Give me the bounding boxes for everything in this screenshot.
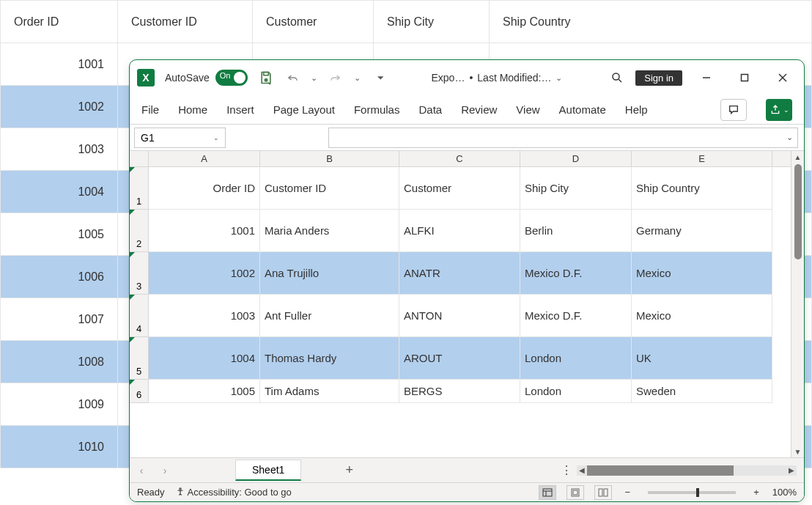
row-header[interactable]: 4 bbox=[130, 295, 149, 337]
save-icon[interactable] bbox=[258, 70, 274, 86]
cell[interactable]: Customer ID bbox=[260, 167, 399, 210]
cell[interactable]: Thomas Hardy bbox=[260, 337, 399, 380]
cell[interactable]: London bbox=[520, 337, 632, 380]
col-header-b[interactable]: B bbox=[260, 151, 399, 166]
cell[interactable]: Order ID bbox=[149, 167, 260, 210]
redo-icon[interactable] bbox=[328, 70, 344, 86]
tab-nav-prev-icon[interactable]: ‹ bbox=[133, 462, 150, 479]
comments-button[interactable] bbox=[720, 99, 747, 121]
add-sheet-button[interactable]: + bbox=[345, 462, 353, 478]
zoom-slider[interactable] bbox=[648, 491, 736, 494]
cell[interactable]: 1005 bbox=[149, 380, 260, 403]
undo-icon[interactable] bbox=[284, 70, 300, 86]
view-page-layout-icon[interactable] bbox=[566, 485, 584, 500]
tab-file[interactable]: File bbox=[141, 103, 159, 116]
tab-view[interactable]: View bbox=[516, 103, 539, 116]
scroll-left-icon[interactable]: ◀ bbox=[577, 466, 587, 474]
cell[interactable]: Ship Country bbox=[632, 167, 772, 210]
vertical-scrollbar[interactable]: ▲ ▼ bbox=[791, 151, 804, 457]
cell[interactable]: Mexico D.F. bbox=[520, 295, 632, 337]
cell[interactable]: Sweden bbox=[632, 380, 772, 403]
cell[interactable]: AROUT bbox=[399, 337, 520, 380]
cell[interactable]: Ship City bbox=[520, 167, 632, 210]
cell[interactable]: Berlin bbox=[520, 210, 632, 252]
cell[interactable]: ANATR bbox=[399, 252, 520, 295]
bg-col-customer[interactable]: Customer bbox=[253, 1, 374, 43]
tab-options-icon[interactable]: ⋮ bbox=[561, 463, 572, 477]
redo-dropdown-icon[interactable]: ⌄ bbox=[354, 73, 361, 83]
cell[interactable]: 1002 bbox=[149, 252, 260, 295]
formula-expand-icon[interactable]: ⌄ bbox=[786, 133, 793, 142]
zoom-percent[interactable]: 100% bbox=[772, 487, 797, 498]
row-header[interactable]: 5 bbox=[130, 337, 149, 380]
bg-col-customerid[interactable]: Customer ID bbox=[118, 1, 253, 43]
cell[interactable]: UK bbox=[632, 337, 772, 380]
search-icon[interactable] bbox=[609, 70, 625, 86]
cell[interactable]: BERGS bbox=[399, 380, 520, 403]
select-all-corner[interactable] bbox=[130, 151, 149, 166]
cell[interactable]: Tim Adams bbox=[260, 380, 399, 403]
view-page-break-icon[interactable] bbox=[594, 485, 612, 500]
tab-insert[interactable]: Insert bbox=[226, 103, 254, 116]
chevron-down-icon[interactable]: ⌄ bbox=[556, 73, 562, 83]
cell[interactable]: Maria Anders bbox=[260, 210, 399, 252]
hscroll-thumb[interactable] bbox=[587, 465, 734, 476]
close-button[interactable] bbox=[769, 66, 797, 89]
tab-data[interactable]: Data bbox=[418, 103, 442, 116]
name-box[interactable]: G1 ⌄ bbox=[134, 128, 226, 148]
cell[interactable]: London bbox=[520, 380, 632, 403]
tab-review[interactable]: Review bbox=[461, 103, 497, 116]
tab-help[interactable]: Help bbox=[625, 103, 648, 116]
cell[interactable]: 1003 bbox=[149, 295, 260, 337]
vscroll-thumb[interactable] bbox=[794, 164, 802, 259]
col-header-c[interactable]: C bbox=[399, 151, 520, 166]
scroll-right-icon[interactable]: ▶ bbox=[786, 466, 797, 474]
cell[interactable]: Ant Fuller bbox=[260, 295, 399, 337]
undo-dropdown-icon[interactable]: ⌄ bbox=[311, 73, 317, 83]
cell[interactable]: ANTON bbox=[399, 295, 520, 337]
col-header-a[interactable]: A bbox=[149, 151, 260, 166]
zoom-in-button[interactable]: + bbox=[750, 487, 762, 498]
cell[interactable]: Mexico bbox=[632, 295, 772, 337]
row-header[interactable]: 3 bbox=[130, 252, 149, 295]
share-button[interactable]: ⌄ bbox=[766, 99, 792, 121]
autosave-control[interactable]: AutoSave On bbox=[165, 70, 248, 86]
row-header[interactable]: 2 bbox=[130, 210, 149, 252]
bg-col-orderid[interactable]: Order ID bbox=[1, 1, 118, 43]
tab-nav-next-icon[interactable]: › bbox=[156, 462, 174, 479]
row-header[interactable]: 1 bbox=[130, 167, 149, 210]
tab-automate[interactable]: Automate bbox=[559, 103, 606, 116]
formula-input[interactable]: ⌄ bbox=[328, 128, 798, 148]
sign-in-button[interactable]: Sign in bbox=[635, 70, 682, 86]
maximize-button[interactable] bbox=[731, 66, 759, 89]
cell[interactable]: 1001 bbox=[149, 210, 260, 252]
col-header-d[interactable]: D bbox=[520, 151, 632, 166]
sheet-tab-active[interactable]: Sheet1 bbox=[235, 460, 301, 481]
zoom-handle[interactable] bbox=[696, 488, 699, 497]
tab-home[interactable]: Home bbox=[178, 103, 207, 116]
row-header[interactable]: 6 bbox=[130, 380, 149, 403]
bg-col-shipcity[interactable]: Ship City bbox=[374, 1, 490, 43]
cell[interactable]: Germany bbox=[632, 210, 772, 252]
qat-overflow-icon[interactable]: ⏷ bbox=[377, 73, 385, 82]
cell[interactable]: Customer bbox=[399, 167, 520, 210]
zoom-out-button[interactable]: − bbox=[622, 487, 634, 498]
cell[interactable]: Mexico D.F. bbox=[520, 252, 632, 295]
cell[interactable]: 1004 bbox=[149, 337, 260, 380]
minimize-button[interactable] bbox=[693, 66, 720, 89]
accessibility-status[interactable]: Accessibility: Good to go bbox=[175, 487, 292, 498]
autosave-toggle[interactable]: On bbox=[215, 70, 248, 86]
tab-page-layout[interactable]: Page Layout bbox=[273, 103, 335, 116]
scroll-up-icon[interactable]: ▲ bbox=[791, 151, 804, 163]
document-title[interactable]: Expo… • Last Modified:… ⌄ bbox=[395, 72, 599, 84]
bg-col-shipcountry[interactable]: Ship Country bbox=[490, 1, 812, 43]
cell[interactable]: Mexico bbox=[632, 252, 772, 295]
horizontal-scrollbar[interactable]: ◀ ▶ bbox=[577, 465, 797, 476]
cell[interactable]: Ana Trujillo bbox=[260, 252, 399, 295]
tab-formulas[interactable]: Formulas bbox=[354, 103, 400, 116]
name-box-dropdown-icon[interactable]: ⌄ bbox=[213, 134, 219, 141]
cell[interactable]: ALFKI bbox=[399, 210, 520, 252]
view-normal-icon[interactable] bbox=[539, 485, 556, 500]
scroll-down-icon[interactable]: ▼ bbox=[791, 446, 804, 457]
col-header-e[interactable]: E bbox=[632, 151, 772, 166]
